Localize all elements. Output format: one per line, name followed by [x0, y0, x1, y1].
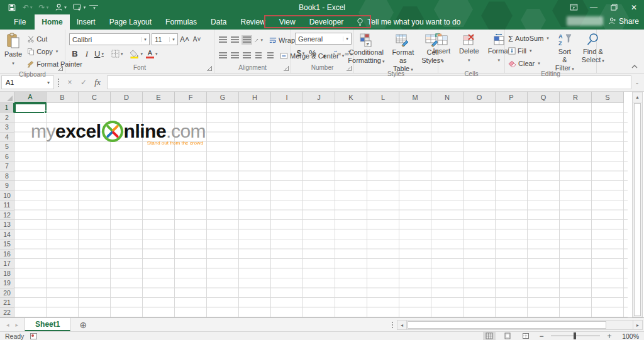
normal-view-icon[interactable] — [483, 332, 496, 340]
middle-align-icon[interactable] — [229, 35, 240, 46]
column-header-O[interactable]: O — [464, 92, 496, 103]
tab-insert[interactable]: Insert — [70, 14, 103, 30]
tab-view[interactable]: View — [272, 14, 303, 30]
row-header-4[interactable]: 4 — [0, 133, 14, 143]
column-header-E[interactable]: E — [143, 92, 175, 103]
tab-home[interactable]: Home — [35, 14, 69, 30]
page-break-preview-icon[interactable] — [519, 332, 532, 340]
zoom-slider[interactable] — [551, 336, 600, 336]
increase-font-size-icon[interactable]: A˄ — [179, 34, 191, 45]
column-header-G[interactable]: G — [207, 92, 239, 103]
column-header-K[interactable]: K — [335, 92, 367, 103]
vertical-scroll-thumb[interactable] — [634, 103, 641, 316]
insert-function-icon[interactable]: fx — [91, 76, 104, 89]
borders-icon[interactable] — [110, 48, 125, 60]
italic-button[interactable]: I — [81, 48, 92, 60]
row-header-22[interactable]: 22 — [0, 308, 14, 318]
alignment-dialog-launcher-icon[interactable] — [284, 66, 289, 71]
row-header-18[interactable]: 18 — [0, 269, 14, 279]
collapse-ribbon-icon[interactable] — [631, 64, 638, 69]
column-header-N[interactable]: N — [431, 92, 464, 103]
zoom-in-icon[interactable]: + — [606, 332, 613, 340]
column-header-H[interactable]: H — [239, 92, 271, 103]
name-box-caret-icon[interactable]: ▾ — [43, 80, 53, 85]
horizontal-scrollbar[interactable]: ◂ ▸ — [391, 320, 643, 330]
new-sheet-icon[interactable]: ⊕ — [70, 318, 96, 331]
column-header-R[interactable]: R — [560, 92, 592, 103]
cell-grid[interactable]: myexcelnline.com Stand out from the crow… — [14, 103, 628, 317]
fill-button[interactable]: Fill — [506, 45, 551, 57]
increase-indent-icon[interactable] — [265, 50, 276, 62]
column-header-F[interactable]: F — [175, 92, 207, 103]
restore-icon[interactable] — [604, 0, 624, 14]
tab-split-grip[interactable] — [391, 321, 394, 329]
paste-button[interactable]: Paste — [1, 31, 25, 70]
insert-cells-button[interactable]: Insert — [430, 31, 453, 70]
horizontal-scroll-thumb[interactable] — [408, 321, 606, 329]
column-header-C[interactable]: C — [79, 92, 111, 103]
decrease-indent-icon[interactable] — [253, 50, 264, 62]
autosum-button[interactable]: Σ AutoSum — [506, 32, 551, 45]
column-header-D[interactable]: D — [111, 92, 143, 103]
row-header-21[interactable]: 21 — [0, 298, 14, 308]
column-header-Q[interactable]: Q — [528, 92, 560, 103]
tab-formulas[interactable]: Formulas — [158, 14, 204, 30]
font-family-combo[interactable]: Calibri▾ — [69, 33, 150, 45]
column-header-B[interactable]: B — [47, 92, 79, 103]
formula-bar-grip[interactable] — [57, 78, 60, 87]
enter-icon[interactable]: ✓ — [77, 76, 91, 89]
column-header-M[interactable]: M — [399, 92, 431, 103]
cancel-icon[interactable]: × — [63, 76, 77, 89]
share-button[interactable]: Share — [608, 17, 639, 26]
horizontal-scroll-track[interactable] — [407, 320, 633, 330]
number-format-combo[interactable]: General▾ — [295, 33, 352, 45]
row-header-19[interactable]: 19 — [0, 278, 14, 288]
tab-data[interactable]: Data — [204, 14, 233, 30]
close-icon[interactable]: ✕ — [624, 0, 644, 14]
sort-filter-button[interactable]: AZ Sort & Filter — [552, 31, 577, 70]
next-sheet-icon[interactable]: ▸ — [16, 322, 19, 328]
column-header-P[interactable]: P — [496, 92, 528, 103]
prev-sheet-icon[interactable]: ◂ — [6, 322, 9, 328]
format-as-table-button[interactable]: Format as Table — [389, 31, 417, 70]
fill-handle[interactable] — [44, 111, 47, 114]
row-header-10[interactable]: 10 — [0, 191, 14, 201]
clipboard-dialog-launcher-icon[interactable] — [58, 66, 63, 71]
font-color-icon[interactable]: A — [145, 48, 159, 60]
row-header-9[interactable]: 9 — [0, 181, 14, 191]
row-header-17[interactable]: 17 — [0, 259, 14, 269]
row-header-15[interactable]: 15 — [0, 239, 14, 250]
comma-style-icon[interactable]: , — [319, 48, 330, 59]
align-center-icon[interactable] — [229, 50, 240, 62]
decrease-font-size-icon[interactable]: A˅ — [191, 34, 203, 45]
row-header-20[interactable]: 20 — [0, 288, 14, 299]
row-header-8[interactable]: 8 — [0, 172, 14, 182]
minimize-icon[interactable]: — — [584, 0, 604, 14]
accounting-format-icon[interactable]: $ — [295, 48, 306, 59]
scroll-right-icon[interactable]: ▸ — [633, 320, 643, 330]
scroll-left-icon[interactable]: ◂ — [397, 320, 407, 330]
align-right-icon[interactable] — [241, 50, 252, 62]
tab-file[interactable]: File — [5, 14, 35, 30]
ribbon-display-options-icon[interactable] — [564, 0, 584, 14]
zoom-out-icon[interactable]: − — [538, 332, 545, 340]
underline-button[interactable]: U — [93, 48, 105, 60]
macro-record-icon[interactable] — [30, 333, 37, 339]
column-header-A[interactable]: A — [14, 92, 47, 103]
column-header-L[interactable]: L — [367, 92, 399, 103]
row-header-2[interactable]: 2 — [0, 113, 14, 123]
delete-cells-button[interactable]: Delete — [456, 31, 482, 70]
tell-me-box[interactable]: Tell me what you want to do — [350, 14, 467, 30]
fill-color-icon[interactable] — [129, 48, 144, 60]
row-header-11[interactable]: 11 — [0, 200, 14, 211]
row-header-16[interactable]: 16 — [0, 250, 14, 260]
tab-developer[interactable]: Developer — [303, 14, 351, 30]
bottom-align-icon[interactable] — [241, 35, 252, 46]
tab-review[interactable]: Review — [233, 14, 272, 30]
scroll-up-icon[interactable]: ▲ — [633, 92, 642, 102]
row-header-6[interactable]: 6 — [0, 152, 14, 162]
sheet-tab-sheet1[interactable]: Sheet1 — [25, 318, 70, 331]
conditional-formatting-button[interactable]: ≠ Conditional Formatting — [345, 31, 387, 70]
percent-style-icon[interactable]: % — [307, 48, 318, 59]
column-header-I[interactable]: I — [271, 92, 303, 103]
